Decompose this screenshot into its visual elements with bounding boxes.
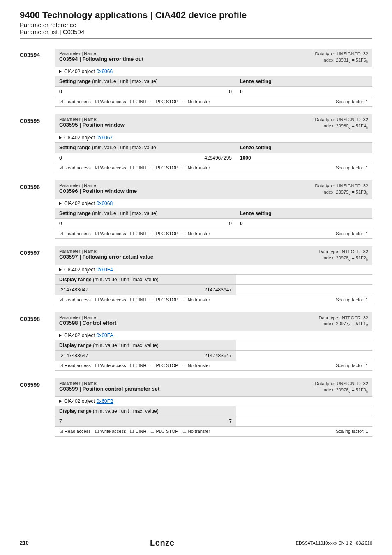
param-code: C03596 bbox=[20, 180, 55, 239]
param-name: C03596 | Position window time bbox=[59, 188, 315, 194]
param-name: C03595 | Position window bbox=[59, 122, 315, 128]
param-name: C03597 | Following error actual value bbox=[59, 254, 319, 260]
min-value: 0 bbox=[55, 87, 178, 97]
panel-header-left: Parameter | Name: C03594 | Following err… bbox=[59, 51, 315, 62]
cia-prefix: CiA402 object bbox=[64, 69, 95, 74]
range-header-row: Display range (min. value | unit | max. … bbox=[55, 275, 372, 285]
panel-header-left: Parameter | Name: C03597 | Following err… bbox=[59, 249, 319, 260]
triangle-icon bbox=[59, 202, 62, 205]
flag-notransfer: ☐ No transfer bbox=[182, 297, 210, 303]
value-row: 7 7 bbox=[55, 416, 372, 427]
max-value: 4294967295 bbox=[178, 153, 236, 163]
access-flags: ☑ Read access ☐ Write access ☐ CINH ☐ PL… bbox=[55, 427, 372, 437]
cia-object-link[interactable]: 0x60F4 bbox=[97, 267, 113, 273]
param-name-label: Parameter | Name: bbox=[59, 117, 315, 122]
param-code: C03597 bbox=[20, 246, 55, 305]
access-flags: ☑ Read access ☑ Write access ☐ CINH ☐ PL… bbox=[55, 229, 372, 239]
data-type: Data type: UNSIGNED_32 bbox=[315, 183, 368, 189]
panel-header: Parameter | Name: C03597 | Following err… bbox=[55, 246, 372, 265]
lenze-label: Lenze setting bbox=[236, 208, 372, 218]
range-header-row: Setting range (min. value | unit | max. … bbox=[55, 143, 372, 153]
document-id: EDS94TA11010xxxx EN 1.2 · 03/2010 bbox=[296, 541, 372, 546]
data-type: Data type: UNSIGNED_32 bbox=[315, 117, 368, 123]
param-code: C03598 bbox=[20, 312, 55, 371]
range-header-row: Setting range (min. value | unit | max. … bbox=[55, 208, 372, 219]
range-mid bbox=[178, 208, 236, 218]
range-label: Setting range (min. value | unit | max. … bbox=[55, 208, 178, 218]
min-value: 0 bbox=[55, 219, 178, 229]
cia-object-link[interactable]: 0x6068 bbox=[97, 201, 113, 206]
value-row: 0 0 0 bbox=[55, 219, 372, 229]
cia-object-row: CiA402 object 0x6067 bbox=[55, 133, 372, 143]
data-type: Data type: UNSIGNED_32 bbox=[315, 51, 368, 57]
flag-read: ☑ Read access bbox=[59, 363, 91, 368]
param-code: C03599 bbox=[20, 378, 55, 437]
param-code: C03595 bbox=[20, 114, 55, 173]
min-value: -2147483647 bbox=[55, 285, 178, 295]
flag-read: ☑ Read access bbox=[59, 99, 91, 104]
cia-object-link[interactable]: 0x60FB bbox=[97, 398, 113, 404]
value-spacer bbox=[236, 416, 372, 426]
flag-notransfer: ☐ No transfer bbox=[182, 165, 210, 171]
range-label: Setting range (min. value | unit | max. … bbox=[55, 76, 178, 86]
flag-cinh: ☐ CINH bbox=[130, 231, 146, 236]
index: Index: 20980d = 51F4h bbox=[315, 123, 368, 130]
access-flags: ☑ Read access ☐ Write access ☐ CINH ☐ PL… bbox=[55, 361, 372, 371]
flag-plcstop: ☐ PLC STOP bbox=[150, 231, 178, 236]
subtitle-1: Parameter reference bbox=[20, 21, 372, 28]
max-value: 2147483647 bbox=[178, 351, 236, 361]
param-panel: Parameter | Name: C03599 | Position cont… bbox=[55, 378, 372, 437]
range-header-row: Display range (min. value | unit | max. … bbox=[55, 406, 372, 416]
flag-read: ☑ Read access bbox=[59, 297, 91, 303]
scaling-factor: Scaling factor: 1 bbox=[336, 99, 368, 104]
min-value: 7 bbox=[55, 416, 178, 426]
cia-object-link[interactable]: 0x6067 bbox=[97, 135, 113, 141]
cia-object-row: CiA402 object 0x60FA bbox=[55, 331, 372, 340]
param-block: C03594 Parameter | Name: C03594 | Follow… bbox=[20, 49, 372, 107]
panel-header-right: Data type: INTEGER_32 Index: 20977d = 51… bbox=[319, 315, 368, 328]
data-type: Data type: INTEGER_32 bbox=[319, 315, 368, 321]
cia-prefix: CiA402 object bbox=[64, 135, 95, 141]
flag-plcstop: ☐ PLC STOP bbox=[150, 363, 178, 368]
min-value: -2147483647 bbox=[55, 351, 178, 361]
range-spacer bbox=[236, 406, 372, 416]
range-label: Display range (min. value | unit | max. … bbox=[55, 406, 236, 416]
panel-header: Parameter | Name: C03598 | Control effor… bbox=[55, 312, 372, 331]
flag-write: ☐ Write access bbox=[95, 297, 126, 303]
param-name-label: Parameter | Name: bbox=[59, 249, 319, 254]
range-mid bbox=[178, 76, 236, 86]
flag-write: ☐ Write access bbox=[95, 429, 126, 434]
panel-header-left: Parameter | Name: C03596 | Position wind… bbox=[59, 183, 315, 194]
index: Index: 20981d = 51F5h bbox=[315, 57, 368, 65]
param-name-label: Parameter | Name: bbox=[59, 183, 315, 188]
flag-read: ☑ Read access bbox=[59, 231, 91, 236]
access-flags: ☑ Read access ☐ Write access ☐ CINH ☐ PL… bbox=[55, 295, 372, 305]
lenze-value: 0 bbox=[236, 219, 372, 229]
max-value: 0 bbox=[178, 87, 236, 97]
index: Index: 20978d = 51F2h bbox=[319, 255, 368, 262]
param-block: C03596 Parameter | Name: C03596 | Positi… bbox=[20, 180, 372, 239]
flag-write: ☑ Write access bbox=[95, 231, 126, 236]
cia-object-link[interactable]: 0x6066 bbox=[97, 69, 113, 74]
flag-cinh: ☐ CINH bbox=[130, 363, 146, 368]
panel-header-right: Data type: UNSIGNED_32 Index: 20980d = 5… bbox=[315, 117, 368, 130]
index: Index: 20977d = 51F1h bbox=[319, 321, 368, 328]
param-block: C03595 Parameter | Name: C03595 | Positi… bbox=[20, 114, 372, 173]
triangle-icon bbox=[59, 136, 62, 139]
value-row: 0 0 0 bbox=[55, 87, 372, 97]
cia-object-link[interactable]: 0x60FA bbox=[97, 333, 113, 338]
page-title: 9400 Technology applications | CiA402 de… bbox=[20, 10, 372, 21]
flag-notransfer: ☐ No transfer bbox=[182, 429, 210, 434]
cia-object-row: CiA402 object 0x60F4 bbox=[55, 265, 372, 275]
range-header-row: Display range (min. value | unit | max. … bbox=[55, 340, 372, 351]
min-value: 0 bbox=[55, 153, 178, 163]
cia-prefix: CiA402 object bbox=[64, 398, 95, 404]
value-row: -2147483647 2147483647 bbox=[55, 351, 372, 361]
lenze-label: Lenze setting bbox=[236, 76, 372, 86]
value-row: -2147483647 2147483647 bbox=[55, 285, 372, 295]
triangle-icon bbox=[59, 268, 62, 271]
flag-read: ☑ Read access bbox=[59, 429, 91, 434]
flag-cinh: ☐ CINH bbox=[130, 429, 146, 434]
param-name-label: Parameter | Name: bbox=[59, 315, 319, 320]
subtitle-2: Parameter list | C03594 bbox=[20, 28, 372, 35]
